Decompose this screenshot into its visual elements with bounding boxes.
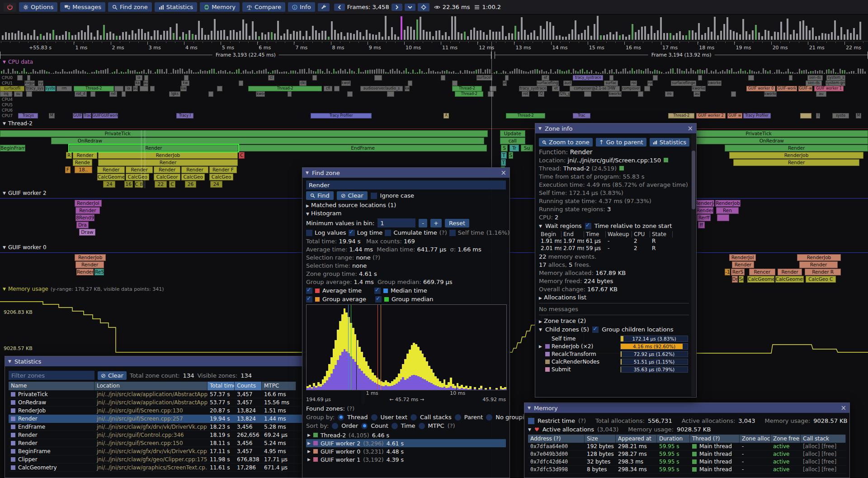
frame-overview-bar[interactable]: [75, 35, 76, 40]
timeline-zone[interactable]: Render: [725, 145, 868, 151]
thread-section-header[interactable]: ▼GUIF worker 0: [3, 244, 47, 251]
timeline-zone[interactable]: nd: [109, 91, 117, 97]
frame-overview-bar[interactable]: [467, 36, 469, 40]
frame-overview-bar[interactable]: [628, 35, 630, 40]
expand-icon[interactable]: ▶: [539, 296, 542, 300]
frame-overview-bar[interactable]: [720, 31, 722, 40]
timeline-zone[interactable]: OnRedraw: [51, 137, 484, 144]
timeline-zone[interactable]: GUIF worker 1: [814, 86, 844, 91]
child-zone-row[interactable]: Self time172.14 μs (3.83%): [539, 335, 689, 342]
frame-overview-bar[interactable]: [840, 27, 842, 40]
frame-overview-bar[interactable]: [233, 30, 235, 40]
col-total-time[interactable]: Total time: [208, 382, 235, 390]
timeline-zone[interactable]: et: [503, 80, 507, 86]
timeline-zone[interactable]: Render: [69, 145, 238, 151]
frame-overview-bar[interactable]: [220, 30, 222, 40]
clear-button[interactable]: ⊘Clear: [337, 191, 368, 200]
timeline-zone[interactable]: [17, 75, 23, 80]
frame-overview-bar[interactable]: [135, 33, 137, 40]
frame-overview-bar[interactable]: [831, 32, 833, 40]
frame-overview-bar[interactable]: [859, 22, 861, 40]
frame-overview-bar[interactable]: [499, 32, 500, 40]
frame-overview-bar[interactable]: [132, 30, 133, 40]
timeline-zone[interactable]: f2: [538, 91, 544, 97]
frame-overview-bar[interactable]: [676, 33, 678, 40]
timeline-zone[interactable]: sen-ds: [807, 75, 823, 80]
frame-overview-bar[interactable]: [296, 32, 298, 40]
col-thread[interactable]: Thread (?): [690, 435, 740, 443]
frame-overview-bar[interactable]: [701, 35, 703, 40]
col-call-stack[interactable]: Call stack: [801, 435, 846, 443]
timeline-zone[interactable]: GUIFGUIFwork: [92, 113, 118, 118]
timeline-zone[interactable]: [789, 75, 793, 80]
min-bin-increase-button[interactable]: +: [430, 219, 442, 227]
frame-overview-bar[interactable]: [492, 32, 494, 40]
timeline-zone[interactable]: rm: [57, 86, 72, 91]
frame-overview-bar[interactable]: [524, 30, 526, 40]
timeline-zone[interactable]: kwot: [405, 86, 410, 91]
frame-overview-bar[interactable]: [818, 36, 820, 40]
timeline-zone[interactable]: Rerff: [697, 214, 711, 221]
timeline-zone[interactable]: PrivateTick: [0, 130, 488, 137]
timeline-zone[interactable]: iro: [665, 91, 674, 97]
frame-overview-bar[interactable]: [378, 32, 380, 40]
frame-overview-bar[interactable]: [458, 32, 459, 40]
timeline-zone[interactable]: Tr: [509, 145, 519, 151]
frame-overview-bar[interactable]: [568, 34, 570, 40]
frame-overview-bar[interactable]: [287, 29, 288, 40]
timeline-zone[interactable]: tracy_systrace: [519, 86, 547, 91]
frame-overview-bar[interactable]: [290, 34, 292, 40]
timeline-zone[interactable]: Re5: [94, 269, 104, 275]
goto-frame-button[interactable]: [418, 3, 429, 11]
group-by-radio-thread[interactable]: [338, 414, 344, 421]
frame-overview-bar[interactable]: [366, 30, 368, 40]
frame-overview-bar[interactable]: [521, 17, 523, 40]
timeline-zone[interactable]: au: [143, 80, 149, 86]
frame-overview-bar[interactable]: [40, 34, 42, 40]
timeline-zone[interactable]: Render: [73, 152, 97, 159]
frame-overview-bar[interactable]: [410, 27, 412, 40]
frame-overview-bar[interactable]: [382, 37, 383, 40]
zoom-to-zone-button[interactable]: Zoom to zone: [539, 138, 593, 147]
timeline-zone[interactable]: tracy_sys: [25, 86, 44, 91]
frame-marker[interactable]: Frame 3,193 (22.45 ms): [0, 52, 491, 59]
timeline-zone[interactable]: kworke: [609, 91, 622, 97]
frame-overview-bar[interactable]: [239, 31, 241, 40]
frame-overview-bar[interactable]: [334, 30, 336, 40]
timeline-zone[interactable]: kworke: [764, 91, 777, 97]
frame-overview-bar[interactable]: [401, 16, 402, 40]
frame-overview-bar[interactable]: [226, 36, 228, 40]
frame-overview-bar[interactable]: [100, 35, 102, 40]
prev-frame-button[interactable]: [334, 4, 345, 11]
frame-overview-bar[interactable]: [543, 29, 545, 40]
frame-overview-bar[interactable]: [476, 31, 478, 40]
frame-overview-bar[interactable]: [277, 21, 279, 40]
frame-overview-bar[interactable]: [537, 36, 538, 40]
timeline-zone[interactable]: Tracy Profiler: [311, 113, 371, 118]
timeline-zone[interactable]: [239, 80, 243, 86]
frame-overview-bar[interactable]: [806, 26, 807, 40]
timeline-zone[interactable]: [653, 75, 658, 80]
timeline-zone[interactable]: Tracy Profiler: [743, 113, 771, 118]
frame-overview-bar[interactable]: [113, 33, 114, 40]
timeline-zone[interactable]: Su: [521, 145, 533, 151]
frame-overview-bar[interactable]: [423, 30, 425, 40]
timeline-zone[interactable]: kvgpr: [24, 80, 35, 86]
timeline-zone[interactable]: [408, 80, 412, 86]
allocation-row[interactable]: 0x7dfaa64e00192 bytes298.21 ms59.95 sMai…: [528, 443, 846, 450]
close-icon[interactable]: ×: [687, 125, 693, 132]
frame-overview-bar[interactable]: [331, 21, 333, 40]
timeline-zone[interactable]: [217, 86, 222, 91]
timeline-zone[interactable]: [800, 113, 811, 118]
group-by-radio-user-text[interactable]: [371, 414, 377, 421]
timeline-zone[interactable]: surfaceflinger: [537, 80, 559, 86]
timeline-zone[interactable]: roi: [630, 80, 637, 86]
frame-overview-bar[interactable]: [106, 33, 108, 40]
frame-overview-bar[interactable]: [698, 23, 700, 40]
timeline-zone[interactable]: surfaceflinge: [671, 80, 696, 86]
frame-overview-bar[interactable]: [793, 30, 795, 40]
frame-overview-bar[interactable]: [552, 26, 554, 40]
frame-overview-bar[interactable]: [647, 34, 649, 40]
time-relative-checkbox[interactable]: [585, 223, 591, 229]
timeline-zone[interactable]: [140, 86, 148, 91]
